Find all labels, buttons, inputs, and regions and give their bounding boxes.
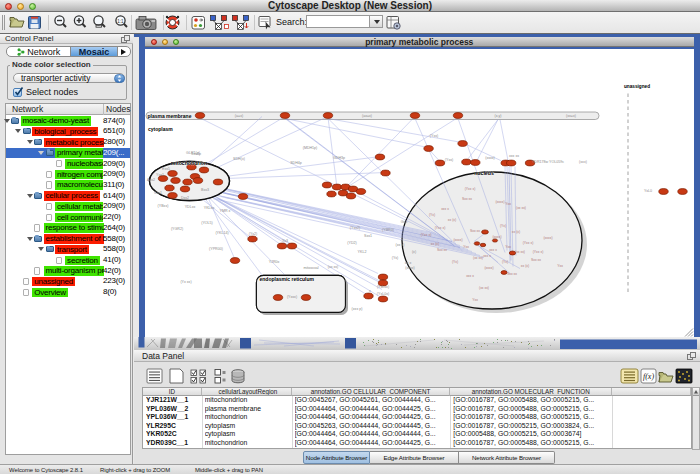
svg-text:Yxx: Yxx <box>505 244 511 248</box>
svg-text:mitoxxxal: mitoxxxal <box>303 265 318 269</box>
svg-text:(xxxx): (xxxx) <box>484 265 493 269</box>
svg-text:(YOL5): (YOL5) <box>201 220 213 224</box>
svg-text:Sxx1: Sxx1 <box>364 233 372 237</box>
svg-text:(x,y): (x,y) <box>494 113 501 117</box>
svg-text:Yx3: Yx3 <box>281 238 287 242</box>
svg-text:Sxx xx: Sxx xx <box>507 271 517 275</box>
svg-text:(Yx2): (Yx2) <box>248 231 257 235</box>
svg-text:(xx=x): (xx=x) <box>566 113 576 117</box>
svg-text:SDH4p: SDH4p <box>290 160 302 164</box>
svg-text:(xx xx): (xx xx) <box>473 255 483 259</box>
svg-text:xxx x: xxx x <box>489 247 497 251</box>
svg-text:plasma membrane: plasma membrane <box>147 112 191 118</box>
svg-text:xx (x): xx (x) <box>511 229 519 233</box>
svg-text:(xxx p): (xxx p) <box>351 306 362 310</box>
svg-text:(Yxxx): (Yxxx) <box>286 294 296 298</box>
svg-text:xxx x: xxx x <box>441 206 449 210</box>
svg-text:f(x): f(x) <box>643 372 654 381</box>
svg-text:(YGR2): (YGR2) <box>170 226 182 230</box>
svg-text:SDH(x): SDH(x) <box>233 156 245 160</box>
svg-text:(Yx): (Yx) <box>499 223 505 227</box>
svg-text:xx x: xx x <box>404 260 411 264</box>
svg-text:(xx xx): (xx xx) <box>327 264 338 268</box>
svg-text:(YBxx): (YBxx) <box>157 203 168 207</box>
svg-text:Yxx: Yxx <box>505 201 511 205</box>
svg-text:(YPR00): (YPR00) <box>209 246 223 250</box>
svg-text:xxx x: xxx x <box>483 253 491 257</box>
svg-text:(Yx): (Yx) <box>391 255 398 259</box>
svg-text:(Yxx): (Yxx) <box>429 133 437 137</box>
svg-text:(ax=x): (ax=x) <box>361 113 371 117</box>
svg-text:(xx x): (xx x) <box>395 242 404 246</box>
svg-text:Cxx1: Cxx1 <box>153 190 161 194</box>
svg-text:mitochondrion: mitochondrion <box>170 160 206 166</box>
svg-text:Sxx xx: Sxx xx <box>470 228 480 232</box>
svg-text:(Yxx x): (Yxx x) <box>522 240 533 244</box>
svg-text:(Yx xx): (Yx xx) <box>180 279 191 283</box>
svg-text:Dxx2: Dxx2 <box>180 195 188 199</box>
svg-text:Sxx4p: Sxx4p <box>191 151 201 155</box>
svg-text:YKLxx: YKLxx <box>203 205 214 209</box>
svg-text:Yxx: Yxx <box>557 263 563 267</box>
svg-text:Sxx xx: Sxx xx <box>462 196 472 200</box>
svg-text:(xx xx): (xx xx) <box>479 285 489 289</box>
svg-text:(Yx): (Yx) <box>451 259 457 263</box>
svg-text:1:1: 1:1 <box>117 19 124 24</box>
svg-text:(Yxx2): (Yxx2) <box>349 225 359 229</box>
svg-text:(Yxx x): (Yxx x) <box>464 186 475 190</box>
svg-text:(xxxx): (xxxx) <box>405 265 415 269</box>
svg-text:(Yx): (Yx) <box>428 212 434 216</box>
svg-text:(xx xx): (xx xx) <box>516 205 526 209</box>
svg-text:xxx xx: xxx xx <box>509 153 519 157</box>
svg-text:(YBR0): (YBR0) <box>382 227 394 231</box>
svg-text:unassigned: unassigned <box>624 84 650 89</box>
svg-text:Axx2: Axx2 <box>147 177 155 181</box>
svg-text:Exx5: Exx5 <box>162 166 170 170</box>
svg-text:(xxxx): (xxxx) <box>453 237 462 241</box>
svg-text:Gxx: Gxx <box>400 219 407 223</box>
svg-text:(YxLxx): (YxLxx) <box>376 284 388 288</box>
svg-text:xx (x): xx (x) <box>430 241 438 245</box>
svg-text:(Yxx x): (Yxx x) <box>420 232 431 236</box>
svg-text:(Yxx x): (Yxx x) <box>532 249 543 253</box>
svg-text:(xxxx): (xxxx) <box>543 235 552 239</box>
svg-text:GDH3p: GDH3p <box>333 155 345 159</box>
svg-text:x: x <box>369 288 371 292</box>
svg-text:endoplasmic reticulum: endoplasmic reticulum <box>259 276 314 282</box>
svg-text:Yxx: Yxx <box>472 297 478 301</box>
svg-text:xx (x): xx (x) <box>447 217 455 221</box>
svg-text:YMR x: YMR x <box>219 208 230 212</box>
svg-text:(Yxx): (Yxx) <box>444 157 452 161</box>
svg-text:(xxxx): (xxxx) <box>495 199 504 203</box>
svg-text:nucleus: nucleus <box>474 169 494 175</box>
svg-text:YJR0x: YJR0x <box>268 259 279 263</box>
svg-text:(YxL0x): (YxL0x) <box>376 291 388 295</box>
svg-text:(xx xx): (xx xx) <box>515 249 525 253</box>
svg-text:(Yx): (Yx) <box>501 259 507 263</box>
svg-text:(xxx): (xxx) <box>579 160 587 164</box>
svg-text:(YD2): (YD2) <box>347 240 356 244</box>
svg-text:YKL2: YKL2 <box>357 249 366 253</box>
svg-text:YxL0: YxL0 <box>643 189 651 193</box>
svg-text:Yxx: Yxx <box>463 244 469 248</box>
svg-text:(Yxx x): (Yxx x) <box>434 225 445 229</box>
svg-text:xxx x: xxx x <box>466 273 474 277</box>
svg-text:(xxxx): (xxxx) <box>492 234 501 238</box>
svg-text:Sxx xx: Sxx xx <box>437 247 447 251</box>
svg-text:xx (x): xx (x) <box>520 263 528 267</box>
svg-text:YDR178w YOL059c: YDR178w YOL059c <box>531 160 563 164</box>
svg-text:Yxx1: Yxx1 <box>156 172 164 176</box>
svg-text:(YKL14): (YKL14) <box>215 230 228 234</box>
svg-text:(x): (x) <box>411 249 415 253</box>
svg-text:Sxx xx: Sxx xx <box>531 257 541 261</box>
svg-text:cytoplasm: cytoplasm <box>148 126 173 132</box>
svg-text:(a=x): (a=x) <box>234 113 242 117</box>
svg-text:(MDH1p): (MDH1p) <box>302 145 317 149</box>
svg-text:Bxx3: Bxx3 <box>201 187 209 191</box>
svg-text:YDLxx: YDLxx <box>184 204 195 208</box>
svg-text:(xxxx): (xxxx) <box>485 156 495 160</box>
